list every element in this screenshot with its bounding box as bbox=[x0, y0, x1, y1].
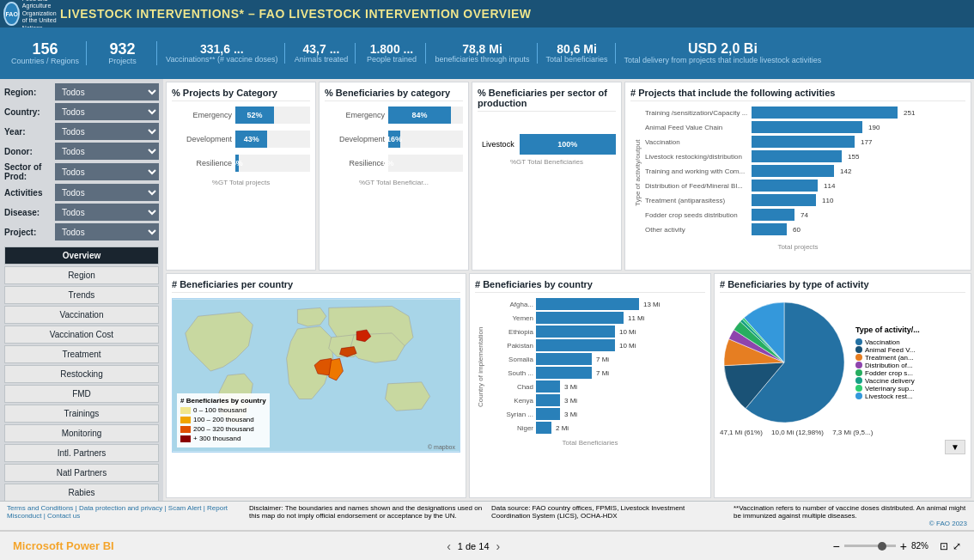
terms-link[interactable]: Terms and Conditions bbox=[7, 504, 73, 512]
pie-legend-dot bbox=[855, 338, 862, 345]
bar-label: Resilience bbox=[172, 159, 232, 167]
country-select[interactable]: Todos bbox=[55, 103, 159, 120]
bar-value-label: 5% bbox=[232, 159, 243, 167]
country-label: South ... bbox=[486, 369, 533, 377]
country-value-label: 3 Mi bbox=[564, 397, 577, 405]
country-bar-fill bbox=[536, 367, 592, 379]
pie-legend-label: Fodder crop s... bbox=[865, 369, 913, 377]
pie-legend-label: Distribution of... bbox=[865, 362, 913, 369]
country-bar-row: Somalia7 Mi bbox=[486, 353, 705, 365]
pie-svg bbox=[720, 298, 849, 427]
disclaimer-text: Disclaimer: The boundaries and names sho… bbox=[249, 504, 482, 520]
activity-bar-fill bbox=[752, 209, 794, 221]
pie-legend: Type of activity/... VaccinationAnimal F… bbox=[855, 326, 920, 400]
pie-legend-item: Veterinary sup... bbox=[855, 385, 920, 393]
country-value-label: 2 Mi bbox=[556, 424, 569, 432]
country-bar-row: Yemen11 Mi bbox=[486, 312, 705, 324]
projects-by-category-panel: % Projects by Category Emergency52%Devel… bbox=[166, 82, 316, 271]
fit-to-screen-icon[interactable]: ⊡ bbox=[940, 540, 948, 552]
next-page-button[interactable]: › bbox=[496, 539, 501, 553]
country-label: Chad bbox=[486, 383, 533, 391]
bar-container: 43% bbox=[235, 131, 310, 148]
zoom-plus-icon[interactable]: + bbox=[900, 539, 907, 553]
sector-pct-label: 100% bbox=[557, 140, 577, 149]
disease-select[interactable]: Todos bbox=[55, 204, 159, 221]
pie-legend-dot bbox=[855, 385, 862, 392]
country-label: Somalia bbox=[486, 356, 533, 363]
region-select[interactable]: Todos bbox=[55, 83, 159, 100]
scam-alert-link[interactable]: Scam Alert bbox=[168, 504, 202, 512]
zoom-controls: − + 82% ⊡ ⤢ bbox=[833, 539, 961, 553]
pie-annotations: 47,1 Mi (61%) 10,0 Mi (12,98%) 7,3 Mi (9… bbox=[720, 429, 965, 436]
nav-item-rabies[interactable]: Rabies bbox=[4, 484, 159, 501]
country-bar-row: South ...7 Mi bbox=[486, 367, 705, 379]
stat-countries: 156 Countries / Regions bbox=[4, 41, 87, 66]
top-panels-row: % Projects by Category Emergency52%Devel… bbox=[166, 82, 971, 271]
fullscreen-icon[interactable]: ⤢ bbox=[953, 540, 961, 552]
bar-value-label: 16% bbox=[387, 135, 402, 143]
prev-page-button[interactable]: ‹ bbox=[447, 539, 451, 553]
page-indicator: 1 de 14 bbox=[458, 541, 490, 551]
beneficiaries-by-country-panel: # Beneficiaries by country Country of im… bbox=[469, 273, 711, 498]
nav-item-overview[interactable]: Overview bbox=[4, 247, 159, 265]
nav-item-treatment[interactable]: Treatment bbox=[4, 345, 159, 363]
zoom-level: 82% bbox=[911, 541, 928, 551]
datasource-text: Data source: FAO country offices, FPMIS,… bbox=[491, 504, 685, 520]
contact-link[interactable]: Contact us bbox=[47, 512, 80, 520]
data-protection-link[interactable]: Data protection and privacy bbox=[79, 504, 162, 512]
page-title: LIVESTOCK INTERVENTIONS* – FAO LIVESTOCK… bbox=[60, 7, 532, 21]
pie-legend-dot bbox=[855, 369, 862, 376]
nav-item-region[interactable]: Region bbox=[4, 266, 159, 284]
activity-label: Other activity bbox=[645, 226, 748, 234]
vaccination-note-text: **Vaccination refers to number of vaccin… bbox=[734, 504, 965, 520]
activity-label: Animal Feed Value Chain bbox=[645, 124, 748, 131]
bar-row: Development43% bbox=[172, 131, 310, 148]
donor-select[interactable]: Todos bbox=[55, 143, 159, 160]
zoom-slider[interactable] bbox=[844, 545, 896, 547]
nav-item-fmd[interactable]: FMD bbox=[4, 385, 159, 403]
nav-item-intl.-partners[interactable]: Intl. Partners bbox=[4, 444, 159, 462]
bar-label: Emergency bbox=[325, 111, 385, 119]
page-navigation: ‹ 1 de 14 › bbox=[447, 539, 500, 553]
nav-item-monitoring[interactable]: Monitoring bbox=[4, 424, 159, 442]
nav-item-natl-partners[interactable]: Natl Partners bbox=[4, 464, 159, 482]
fao-logo-icon: FAO bbox=[3, 2, 19, 26]
nav-item-vaccination-cost[interactable]: Vaccination Cost bbox=[4, 326, 159, 344]
content-area: Region: Todos Country: Todos Year: Todos… bbox=[0, 79, 974, 501]
sector-bar-fill: 100% bbox=[520, 134, 616, 155]
pie-container: Type of activity/... VaccinationAnimal F… bbox=[720, 298, 965, 427]
bar-fill: 43% bbox=[235, 131, 267, 148]
country-bar-row: Ethiopia10 Mi bbox=[486, 326, 705, 338]
activity-label: Livestock restocking/distribution bbox=[645, 153, 748, 161]
country-bar-fill bbox=[536, 312, 624, 324]
activity-value-label: 74 bbox=[801, 211, 808, 219]
pie-legend-item: Vaccine delivery bbox=[855, 377, 920, 385]
pie-scroll-down[interactable]: ▼ bbox=[945, 440, 965, 454]
bar-row: Resilience5% bbox=[172, 155, 310, 172]
activities-select[interactable]: Todos bbox=[55, 184, 159, 201]
bar-label: Resilience bbox=[325, 159, 385, 167]
nav-item-vaccination[interactable]: Vaccination bbox=[4, 306, 159, 324]
country-bar-fill bbox=[536, 298, 639, 310]
activity-row: Fodder crop seeds distribution74 bbox=[645, 209, 965, 221]
filter-region: Region: Todos bbox=[4, 83, 159, 100]
year-select[interactable]: Todos bbox=[55, 123, 159, 140]
pie-legend-label: Livestock rest... bbox=[865, 393, 913, 400]
zoom-minus-icon[interactable]: − bbox=[833, 539, 840, 553]
beneficiaries-per-sector-panel: % Beneficiaries per sector of production… bbox=[472, 82, 622, 271]
country-label: Kenya bbox=[486, 397, 533, 405]
filter-disease: Disease: Todos bbox=[4, 204, 159, 221]
nav-item-trainings[interactable]: Trainings bbox=[4, 405, 159, 423]
sector-select[interactable]: Todos bbox=[55, 163, 159, 180]
fao-logo: FAO Food and Agriculture Organization of… bbox=[9, 1, 52, 27]
powerbi-logo[interactable]: Microsoft Power BI bbox=[13, 539, 114, 552]
zoom-thumb[interactable] bbox=[878, 542, 886, 551]
stat-people: 1.800 ... People trained bbox=[357, 43, 426, 64]
pie-legend-dot bbox=[855, 346, 862, 353]
map-area[interactable]: # Beneficiaries by country 0 – 100 thous… bbox=[172, 298, 460, 453]
project-select[interactable]: Todos bbox=[55, 223, 159, 240]
footer-links[interactable]: Terms and Conditions | Data protection a… bbox=[7, 504, 228, 520]
nav-item-restocking[interactable]: Restocking bbox=[4, 365, 159, 383]
nav-item-trends[interactable]: Trends bbox=[4, 286, 159, 304]
pie-legend-dot bbox=[855, 354, 862, 361]
